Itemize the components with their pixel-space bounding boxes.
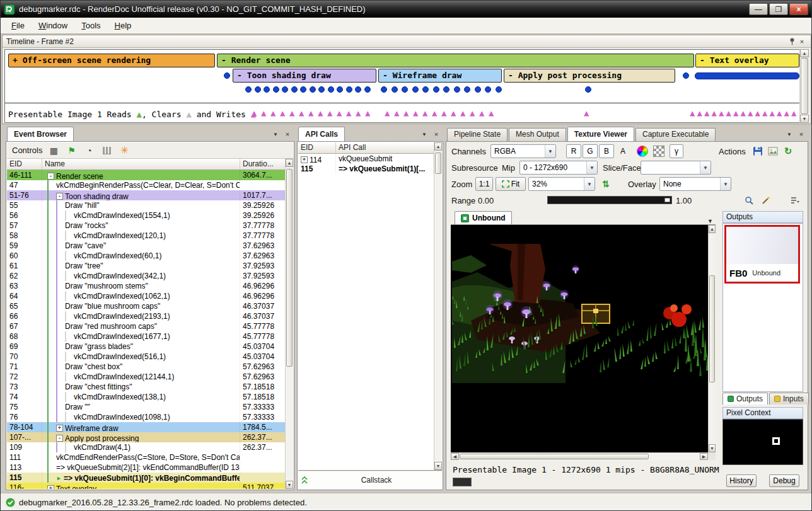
time-durations-icon[interactable]: ◔ bbox=[83, 144, 95, 157]
event-row[interactable]: 47vkCmdBeginRenderPass(C=Clear, D=Clear,… bbox=[7, 180, 285, 190]
toolbar-overflow-icon[interactable] bbox=[789, 193, 801, 207]
usage-marker[interactable]: ▲ bbox=[385, 108, 390, 118]
event-row[interactable]: 116-...+Text overlay511.7037 bbox=[7, 483, 285, 489]
api-calls-scrollbar[interactable]: ▲ ▼ bbox=[434, 142, 442, 470]
draw-marker-dot[interactable] bbox=[355, 86, 361, 93]
event-row[interactable]: 67Draw "red mushroom caps"45.77778 bbox=[7, 321, 285, 331]
usage-marker[interactable]: ▲ bbox=[733, 108, 738, 118]
gamma-button[interactable]: γ bbox=[670, 144, 683, 158]
draw-marker-dot[interactable] bbox=[300, 86, 306, 93]
usage-marker[interactable]: ▲ bbox=[280, 108, 285, 118]
event-row[interactable]: 62vkCmdDrawIndexed(342,1)37.92593 bbox=[7, 271, 285, 281]
zoom-range-icon[interactable] bbox=[743, 193, 755, 207]
usage-marker[interactable]: ▲ bbox=[726, 108, 731, 118]
timeline-block-toon[interactable]: - Toon shading draw bbox=[233, 69, 376, 83]
debug-button[interactable]: Debug bbox=[769, 474, 799, 487]
usage-marker[interactable]: ▲ bbox=[403, 108, 409, 118]
event-row[interactable]: 65Draw "blue mushroom caps"46.37037 bbox=[7, 301, 285, 311]
usage-marker[interactable]: ▲ bbox=[690, 108, 695, 118]
scroll-up-icon[interactable]: ▲ bbox=[286, 159, 293, 167]
menu-file[interactable]: File bbox=[4, 18, 32, 33]
draw-marker-dot[interactable] bbox=[364, 86, 371, 93]
chevron-down-icon[interactable]: ▼ bbox=[785, 130, 794, 139]
event-row[interactable]: 115►=> vkQueueSubmit(1)[0]: vkBeginComma… bbox=[7, 473, 285, 483]
tab-mesh-output[interactable]: Mesh Output bbox=[509, 128, 566, 141]
channels-dropdown[interactable]: RGBA▼ bbox=[490, 144, 556, 158]
scroll-right-icon[interactable]: ▶ bbox=[700, 453, 708, 460]
scrollbar-thumb[interactable] bbox=[286, 169, 293, 367]
column-eid[interactable]: EID bbox=[7, 159, 42, 169]
draw-marker-dot[interactable] bbox=[454, 86, 460, 93]
mip-dropdown[interactable]: 0 - 1272x690▼ bbox=[519, 161, 598, 175]
close-icon[interactable]: × bbox=[283, 130, 292, 139]
draw-marker-dot[interactable] bbox=[422, 86, 429, 93]
expand-toggle[interactable]: - bbox=[56, 193, 63, 200]
scrollbar-thumb[interactable] bbox=[435, 152, 441, 174]
usage-marker[interactable]: ▲ bbox=[441, 108, 446, 118]
column-api-call[interactable]: API Call bbox=[336, 142, 434, 153]
draw-marker-dot[interactable] bbox=[402, 86, 408, 93]
event-row[interactable]: 69Draw "grass blades"45.03704 bbox=[7, 342, 285, 352]
close-icon[interactable]: × bbox=[797, 37, 807, 46]
usage-marker[interactable]: ▲ bbox=[719, 108, 724, 118]
draw-marker-dot[interactable] bbox=[392, 86, 398, 93]
event-row[interactable]: 111vkCmdEndRenderPass(C=Store, D=Store, … bbox=[7, 452, 285, 462]
usage-marker[interactable]: ▲ bbox=[318, 108, 323, 118]
event-row[interactable]: 76vkCmdDrawIndexed(1098,1)57.33333 bbox=[7, 412, 285, 422]
texture-display[interactable]: ▲ ▼ ◀ ▶ bbox=[451, 225, 716, 460]
usage-marker[interactable]: ▲ bbox=[327, 108, 332, 118]
chevron-down-icon[interactable]: ▼ bbox=[707, 218, 713, 224]
history-button[interactable]: History bbox=[726, 474, 757, 487]
menu-help[interactable]: Help bbox=[108, 18, 139, 33]
scrollbar-thumb[interactable] bbox=[460, 454, 649, 459]
draw-marker-dot[interactable] bbox=[282, 86, 288, 93]
draw-marker-dot[interactable] bbox=[255, 86, 261, 93]
event-row[interactable]: 56vkCmdDrawIndexed(1554,1)39.25926 bbox=[7, 210, 285, 221]
usage-marker[interactable]: ▲ bbox=[422, 108, 427, 118]
minimize-button[interactable]: — bbox=[749, 3, 768, 15]
tab-api-calls[interactable]: API Calls bbox=[298, 127, 345, 141]
expand-toggle[interactable]: + bbox=[47, 485, 54, 489]
chevron-down-icon[interactable]: ▼ bbox=[271, 130, 280, 139]
draw-marker-dot[interactable] bbox=[337, 86, 343, 93]
timeline-canvas[interactable]: + Off-screen scene rendering- Render sce… bbox=[4, 49, 800, 123]
overlay-dropdown[interactable]: None▼ bbox=[659, 177, 731, 191]
save-icon[interactable] bbox=[751, 144, 764, 158]
usage-marker[interactable]: ▲ bbox=[748, 108, 753, 118]
scroll-down-icon[interactable]: ▼ bbox=[286, 481, 293, 489]
scrollbar-thumb[interactable] bbox=[709, 275, 715, 382]
event-row[interactable]: 55Draw "hill"39.25926 bbox=[7, 200, 285, 210]
pin-icon[interactable] bbox=[787, 37, 797, 46]
usage-marker[interactable]: ▲ bbox=[770, 108, 775, 118]
usage-marker[interactable]: ▲ bbox=[712, 108, 717, 118]
usage-marker[interactable]: ▲ bbox=[479, 108, 484, 118]
draw-marker-dot[interactable] bbox=[310, 86, 316, 93]
draw-marker-dot[interactable] bbox=[475, 86, 481, 93]
tab-event-browser[interactable]: Event Browser bbox=[7, 127, 74, 141]
event-row[interactable]: 61Draw "tree"37.92593 bbox=[7, 261, 285, 271]
autofit-wand-icon[interactable] bbox=[759, 193, 772, 207]
event-row[interactable]: 70vkCmdDrawIndexed(516,1)45.03704 bbox=[7, 352, 285, 362]
callstack-grip-icon[interactable] bbox=[298, 474, 311, 486]
column-eid[interactable]: EID bbox=[298, 142, 336, 153]
event-row[interactable]: 60vkCmdDrawIndexed(60,1)37.62963 bbox=[7, 251, 285, 261]
draw-marker-dot[interactable] bbox=[346, 86, 352, 93]
usage-marker[interactable]: ▲ bbox=[365, 108, 370, 118]
usage-marker[interactable]: ▲ bbox=[289, 108, 294, 118]
expand-toggle[interactable]: + bbox=[56, 425, 63, 432]
menu-window[interactable]: Window bbox=[32, 18, 74, 33]
tab-outputs[interactable]: Outputs bbox=[722, 393, 768, 405]
tab-capture-executable[interactable]: Capture Executable bbox=[635, 128, 716, 141]
zoom-fit-button[interactable]: Fit bbox=[496, 177, 526, 191]
draw-marker-dot[interactable] bbox=[412, 86, 419, 93]
draw-marker-dot[interactable] bbox=[328, 86, 334, 93]
event-row[interactable]: 59Draw "cave"37.62963 bbox=[7, 241, 285, 251]
event-row[interactable]: 73Draw "chest fittings"57.18518 bbox=[7, 382, 285, 392]
event-row[interactable]: 74vkCmdDrawIndexed(138,1)57.18518 bbox=[7, 392, 285, 402]
timeline-block-offscreen[interactable]: + Off-screen scene rendering bbox=[8, 54, 215, 67]
scroll-down-icon[interactable]: ▼ bbox=[800, 115, 809, 123]
event-row[interactable]: 71Draw "chest box"57.62963 bbox=[7, 362, 285, 372]
flip-vertical-icon[interactable]: ⇅ bbox=[599, 177, 613, 191]
event-row[interactable]: 57Draw "rocks"37.77778 bbox=[7, 221, 285, 231]
draw-marker-bar[interactable] bbox=[695, 72, 799, 79]
